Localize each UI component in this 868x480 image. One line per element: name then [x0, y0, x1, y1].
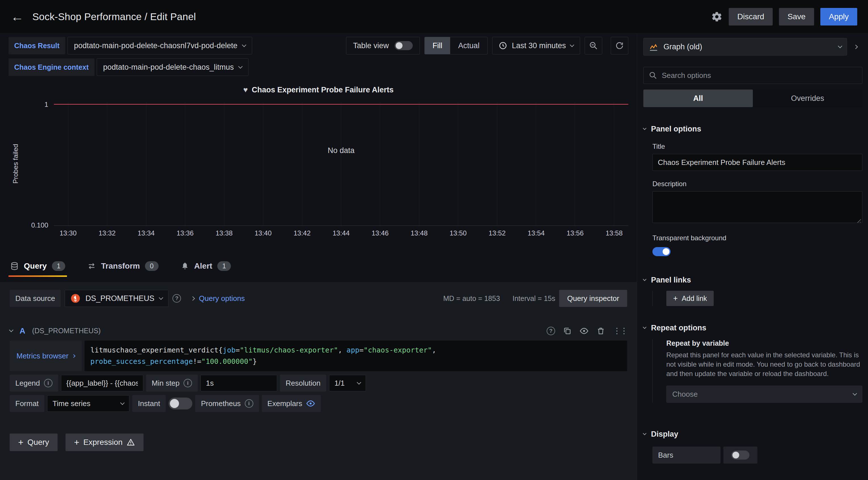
query-help-icon[interactable]: ?: [547, 327, 555, 335]
chevron-down-icon: [357, 380, 361, 384]
x-tick-label: 13:58: [603, 229, 625, 241]
panel-links-header[interactable]: Panel links: [643, 276, 862, 284]
save-button[interactable]: Save: [779, 8, 814, 26]
promql-code[interactable]: litmuschaos_experiment_verdict{job="litm…: [85, 341, 627, 371]
zoom-out-button[interactable]: [585, 37, 602, 55]
chart-title-text: Chaos Experiment Probe Failure Alerts: [252, 85, 394, 94]
bars-toggle[interactable]: [731, 450, 749, 459]
gridline: [419, 102, 419, 226]
x-tick-label: 13:52: [486, 229, 508, 241]
tab-overrides[interactable]: Overrides: [753, 90, 862, 107]
table-view-toggle[interactable]: [395, 41, 413, 50]
x-axis: 13:3013:3213:3413:3613:3813:4013:4213:44…: [57, 229, 625, 241]
y-tick-label: 1: [44, 101, 48, 108]
tab-label: Transform: [101, 262, 140, 271]
back-button[interactable]: ←: [11, 10, 24, 23]
hide-query-icon[interactable]: [580, 327, 589, 336]
display-header[interactable]: Display: [643, 430, 862, 439]
panel-preview: ♥ Chaos Experiment Probe Failure Alerts …: [8, 85, 628, 241]
metrics-browser-button[interactable]: Metrics browser: [10, 341, 82, 371]
gridline: [497, 102, 497, 226]
options-search-input[interactable]: [662, 71, 857, 80]
x-tick-label: 13:50: [447, 229, 469, 241]
tab-all[interactable]: All: [643, 90, 753, 107]
actual-option[interactable]: Actual: [450, 37, 487, 54]
instant-label: Instant: [132, 395, 166, 412]
repeat-variable-select[interactable]: Choose: [666, 386, 862, 403]
add-expression-label: Expression: [83, 438, 123, 447]
instant-toggle[interactable]: [168, 398, 192, 409]
info-icon: i: [245, 399, 253, 408]
query-stats: MD = auto = 1853 Interval = 15s: [443, 295, 555, 303]
drag-handle-icon[interactable]: ⋮⋮: [613, 326, 627, 336]
query-ref-id: A: [20, 327, 25, 336]
fill-actual-switch: Fill Actual: [424, 37, 488, 55]
resolution-select[interactable]: 1/1: [329, 375, 366, 391]
query-inspector-button[interactable]: Query inspector: [559, 290, 627, 307]
refresh-button[interactable]: [611, 37, 628, 55]
panel-options-content: Title Description Transparent background: [652, 142, 862, 258]
resolution-label: Resolution: [280, 375, 326, 391]
min-step-input[interactable]: [200, 375, 277, 391]
y-tick-label: 0.100: [31, 221, 48, 229]
chevron-down-icon: [853, 391, 857, 396]
x-tick-label: 13:48: [408, 229, 431, 241]
x-tick-label: 13:32: [96, 229, 119, 241]
zoom-out-icon: [589, 41, 598, 50]
duplicate-query-icon[interactable]: [563, 327, 571, 335]
add-link-button[interactable]: + Add link: [666, 291, 714, 306]
query-options-toggle[interactable]: Query options: [191, 294, 245, 303]
warning-icon: [126, 438, 135, 447]
exemplars-eye-icon[interactable]: [306, 399, 315, 408]
gear-icon: [711, 11, 722, 23]
visualization-select[interactable]: Graph (old): [643, 38, 847, 56]
collapse-query-icon[interactable]: [9, 328, 13, 332]
collapse-options-button[interactable]: [849, 38, 862, 56]
time-range-label: Last 30 minutes: [512, 41, 566, 50]
description-field-label: Description: [652, 180, 862, 188]
format-label: Format: [10, 395, 44, 412]
no-data-message: No data: [328, 146, 354, 155]
panel-toolbar: Chaos Result podtato-main-pod-delete-cha…: [8, 33, 628, 76]
panel-description-input[interactable]: [652, 191, 862, 223]
chaos-result-select[interactable]: podtato-main-pod-delete-chaosnl7vd-pod-d…: [67, 37, 252, 55]
chevron-right-icon: [191, 296, 195, 301]
title-field-label: Title: [652, 142, 862, 150]
tab-alert[interactable]: Alert 1: [179, 255, 232, 277]
variable-label: Chaos Engine context: [8, 58, 94, 76]
alert-heart-icon: ♥: [243, 85, 248, 94]
chaos-engine-select[interactable]: podtato-main-pod-delete-chaos_litmus: [97, 58, 249, 76]
panel-options-header[interactable]: Panel options: [643, 125, 862, 133]
editor-tabs: Query 1 Transform 0 Alert 1: [8, 255, 628, 277]
info-icon: i: [184, 379, 192, 387]
panel-title-input[interactable]: [652, 154, 862, 171]
tab-label: Query: [24, 262, 47, 271]
repeat-options-header[interactable]: Repeat options: [643, 323, 862, 332]
fill-option[interactable]: Fill: [425, 37, 451, 54]
delete-query-icon[interactable]: [596, 327, 605, 335]
datasource-help-icon[interactable]: ?: [173, 294, 181, 303]
tab-transform[interactable]: Transform 0: [86, 255, 160, 277]
time-range-picker[interactable]: Last 30 minutes: [492, 37, 580, 55]
tab-count: 1: [217, 261, 230, 271]
prometheus-type-label: Prometheus i: [195, 395, 259, 412]
legend-options-row: Legend i Min step i Resolution 1/1: [10, 375, 627, 391]
tab-query[interactable]: Query 1: [8, 255, 67, 277]
gridline: [536, 102, 536, 226]
tab-label: Alert: [194, 262, 213, 271]
gridline: [107, 102, 107, 226]
chart: Probes failed 1 0.100 No data 13:3013:32…: [8, 102, 628, 241]
add-expression-button[interactable]: + Expression: [65, 434, 144, 451]
panel-settings-button[interactable]: [711, 11, 722, 23]
datasource-row: Data source DS_PROMETHEUS ? Query option…: [10, 290, 627, 307]
format-select[interactable]: Time series: [47, 395, 129, 412]
database-icon: [10, 262, 19, 270]
apply-button[interactable]: Apply: [820, 8, 857, 26]
legend-format-input[interactable]: [61, 375, 143, 391]
prometheus-icon: [71, 294, 80, 303]
add-query-button[interactable]: + Query: [10, 434, 58, 451]
transparent-background-toggle[interactable]: [652, 247, 671, 256]
gridline: [185, 102, 185, 226]
discard-button[interactable]: Discard: [729, 8, 773, 26]
datasource-select[interactable]: DS_PROMETHEUS: [65, 290, 168, 307]
